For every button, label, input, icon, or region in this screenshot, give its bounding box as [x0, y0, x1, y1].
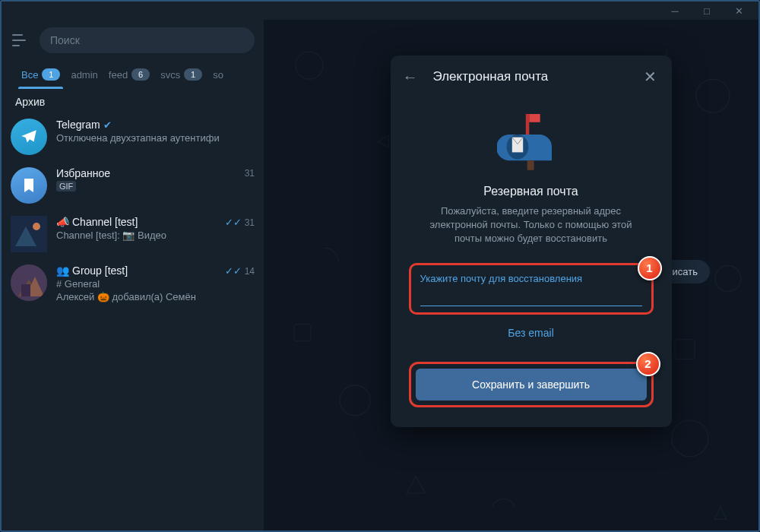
email-input[interactable]	[420, 286, 642, 306]
chat-item-channel[interactable]: 📣Channel [test]✓✓ 31 Channel [test]: 📷 В…	[2, 210, 264, 258]
dialog-description: Пожалуйста, введите резервный адрес элек…	[391, 204, 672, 246]
svg-point-15	[715, 265, 741, 291]
dialog-title: Электронная почта	[433, 69, 628, 84]
annotation-marker-1: 1	[638, 256, 662, 280]
chat-list: Telegram✔ Отключена двухэтапная аутентиф…	[2, 112, 264, 530]
skip-email-link[interactable]: Без email	[391, 327, 672, 339]
sidebar: Поиск Все1 admin feed6 svcs1 so Архив Te…	[2, 20, 264, 530]
chat-topic: # General	[56, 278, 255, 290]
folder-tabs: Все1 admin feed6 svcs1 so	[2, 59, 264, 88]
verified-icon: ✔	[103, 119, 112, 131]
folder-label: so	[213, 69, 223, 81]
chat-message: Отключена двухэтапная аутентифи	[56, 132, 255, 144]
folder-label: Все	[21, 69, 38, 81]
svg-point-11	[672, 420, 708, 457]
menu-icon[interactable]	[12, 34, 29, 46]
search-input[interactable]: Поиск	[40, 27, 255, 53]
folder-label: feed	[109, 69, 128, 81]
minimize-button[interactable]: ─	[660, 3, 690, 18]
email-field-highlight: Укажите почту для восстановления 1	[409, 263, 654, 315]
svg-point-8	[696, 79, 730, 112]
folder-label: admin	[71, 69, 97, 81]
chat-item-group[interactable]: 👥Group [test]✓✓ 14 # General Алексей 🎃 д…	[2, 258, 264, 309]
svg-rect-6	[21, 284, 30, 296]
chat-name: Group [test]	[72, 264, 128, 277]
avatar	[11, 216, 47, 252]
svg-rect-12	[675, 340, 695, 359]
avatar	[11, 119, 47, 155]
svg-rect-20	[527, 160, 534, 170]
folder-tab-so[interactable]: so	[210, 64, 226, 88]
chat-name: Избранное	[56, 167, 110, 179]
channel-icon: 📣	[56, 216, 69, 228]
email-field-label: Укажите почту для восстановления	[420, 273, 642, 284]
svg-point-10	[340, 385, 370, 416]
avatar	[11, 264, 47, 301]
email-dialog: ← Электронная почта ✕ Резервная почта По…	[391, 55, 672, 427]
archive-header: Архив	[2, 88, 264, 112]
checks-icon: ✓✓	[225, 217, 242, 228]
dialog-heading: Резервная почта	[391, 185, 672, 198]
chat-message: Channel [test]: 📷 Видео	[56, 230, 255, 241]
chat-name: Channel [test]	[72, 216, 138, 228]
back-icon[interactable]: ←	[401, 68, 420, 86]
folder-badge: 1	[184, 68, 202, 81]
mailbox-icon	[497, 107, 565, 176]
svg-rect-13	[294, 325, 311, 341]
annotation-marker-2: 2	[636, 352, 660, 376]
app-window: ─ □ ✕ Поиск Все1 admin feed6 svcs1 so Ар…	[0, 0, 760, 532]
close-icon[interactable]: ✕	[641, 68, 660, 86]
chat-name: Telegram	[56, 119, 100, 131]
save-button-highlight: Сохранить и завершить 2	[409, 362, 654, 407]
chat-item-saved[interactable]: Избранное31 GIF	[2, 161, 264, 210]
maximize-button[interactable]: □	[692, 3, 722, 18]
svg-rect-17	[529, 114, 540, 122]
avatar	[11, 167, 47, 204]
chat-time: 14	[245, 266, 255, 277]
chat-item-telegram[interactable]: Telegram✔ Отключена двухэтапная аутентиф…	[2, 112, 264, 161]
titlebar: ─ □ ✕	[2, 2, 758, 20]
gif-badge: GIF	[56, 181, 76, 192]
chat-message: Алексей 🎃 добавил(а) Семён	[56, 291, 255, 302]
folder-label: svcs	[160, 69, 180, 81]
folder-tab-svcs[interactable]: svcs1	[157, 64, 205, 88]
folder-tab-admin[interactable]: admin	[68, 64, 100, 88]
chat-time: 31	[245, 168, 255, 179]
group-icon: 👥	[56, 264, 69, 277]
folder-tab-all[interactable]: Все1	[18, 64, 63, 88]
save-button[interactable]: Сохранить и завершить	[416, 369, 647, 401]
content-area: ли бы написать ← Электронная почта ✕ Рез…	[264, 20, 758, 530]
folder-badge: 1	[42, 68, 60, 81]
folder-tab-feed[interactable]: feed6	[106, 64, 153, 88]
checks-icon: ✓✓	[225, 265, 242, 277]
close-button[interactable]: ✕	[724, 3, 754, 18]
chat-time: 31	[245, 217, 255, 228]
folder-badge: 6	[131, 68, 150, 81]
svg-point-2	[33, 223, 40, 230]
svg-point-7	[296, 52, 323, 79]
